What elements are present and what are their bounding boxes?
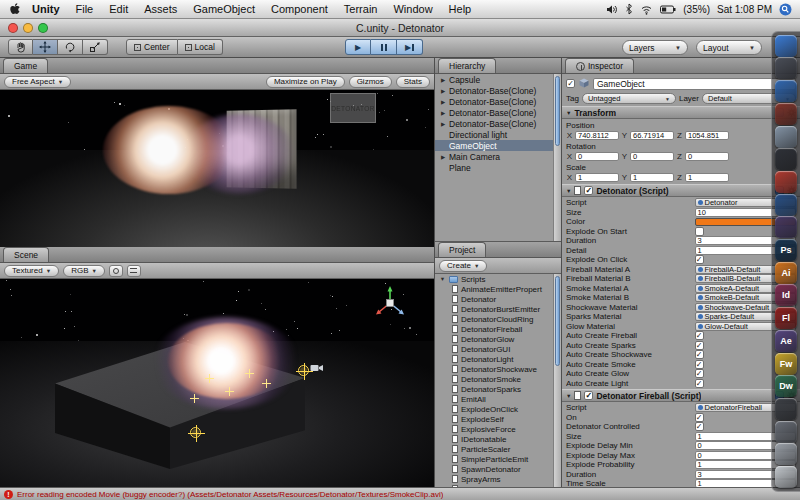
move-tool-button[interactable] (33, 39, 58, 55)
dock-icon-20[interactable] (775, 466, 797, 488)
dock-icon-7[interactable] (775, 171, 797, 193)
hierarchy-item[interactable]: ▶Detonator-Base(Clone) (435, 118, 553, 129)
close-button[interactable] (8, 23, 18, 33)
dock-icon-2[interactable] (775, 57, 797, 79)
axis-field[interactable]: 1 (685, 173, 729, 182)
component-header[interactable]: ▼✓Detonator Fireball (Script) (562, 389, 800, 402)
axis-field[interactable]: 66.71914 (630, 131, 674, 140)
menu-item-file[interactable]: File (68, 3, 102, 15)
project-item[interactable]: DetonatorGlow (435, 334, 553, 344)
game-viewport[interactable]: DETONATOR (0, 90, 434, 247)
dock-icon-19[interactable] (775, 443, 797, 465)
tab-game[interactable]: Game (3, 58, 48, 73)
project-item[interactable]: DetonatorGUI (435, 344, 553, 354)
property-checkbox[interactable]: ✓ (695, 379, 704, 388)
apple-menu-icon[interactable] (8, 3, 22, 16)
step-button[interactable]: ▶ (397, 39, 423, 55)
project-item[interactable]: ExplodeSelf (435, 414, 553, 424)
component-header[interactable]: ▼✓Detonator (Script) (562, 184, 800, 197)
project-item[interactable]: SimpleParticleEmit (435, 454, 553, 464)
foldout-triangle-icon[interactable]: ▼ (566, 393, 571, 399)
dock-icon-15[interactable]: Fw (775, 353, 797, 375)
hierarchy-item[interactable]: ▶Detonator-Base(Clone) (435, 96, 553, 107)
project-item[interactable]: SpawnDetonator (435, 464, 553, 474)
battery-icon[interactable] (660, 5, 676, 14)
axis-field[interactable]: 1 (575, 173, 619, 182)
component-enabled-checkbox[interactable]: ✓ (584, 391, 593, 400)
property-checkbox[interactable]: ✓ (695, 369, 704, 378)
disclosure-triangle-icon[interactable]: ▶ (439, 88, 447, 94)
layout-dropdown[interactable]: Layout▼ (696, 40, 762, 55)
dock-icon-14[interactable]: Ae (775, 330, 797, 352)
scene-overlay-toggle[interactable] (127, 265, 141, 277)
light-gizmo-icon[interactable] (298, 365, 309, 376)
scrollbar-thumb[interactable] (555, 76, 560, 146)
project-scrollbar[interactable] (553, 274, 561, 487)
volume-icon[interactable] (606, 4, 618, 15)
dock-icon-18[interactable] (775, 421, 797, 443)
project-item[interactable]: DetonatorSparks (435, 384, 553, 394)
property-checkbox[interactable]: ✓ (695, 341, 704, 350)
tab-inspector[interactable]: Inspector (565, 58, 634, 73)
project-item[interactable]: AnimateEmitterPropert (435, 284, 553, 294)
stats-button[interactable]: Stats (396, 76, 430, 88)
zoom-button[interactable] (38, 23, 48, 33)
tab-scene[interactable]: Scene (3, 247, 49, 262)
project-item[interactable]: DetonatorCloudRing (435, 314, 553, 324)
bluetooth-icon[interactable] (625, 3, 633, 15)
project-item[interactable]: Detonator (435, 294, 553, 304)
disclosure-triangle-icon[interactable]: ▶ (439, 110, 447, 116)
hand-tool-button[interactable] (8, 39, 33, 55)
create-dropdown[interactable]: Create▼ (439, 260, 487, 272)
rotate-tool-button[interactable] (58, 39, 83, 55)
pause-button[interactable] (371, 39, 397, 55)
project-item[interactable]: ParticleScaler (435, 444, 553, 454)
disclosure-triangle-icon[interactable]: ▶ (439, 99, 447, 105)
project-item[interactable]: DetonatorLight (435, 354, 553, 364)
hierarchy-item[interactable]: ▶Detonator-Base(Clone) (435, 107, 553, 118)
gizmos-button[interactable]: Gizmos (349, 76, 392, 88)
scale-tool-button[interactable] (83, 39, 108, 55)
active-checkbox[interactable]: ✓ (566, 79, 575, 88)
dock-icon-16[interactable]: Dw (775, 375, 797, 397)
hierarchy-item[interactable]: Directional light (435, 129, 553, 140)
property-checkbox[interactable]: ✓ (695, 360, 704, 369)
project-item[interactable]: ExplodeOnClick (435, 404, 553, 414)
project-item[interactable]: ExplosiveForce (435, 424, 553, 434)
project-item[interactable]: SprayArms (435, 474, 553, 484)
foldout-triangle-icon[interactable]: ▼ (566, 188, 571, 194)
tag-dropdown[interactable]: Untagged▼ (582, 93, 676, 104)
dock-icon-12[interactable]: Id (775, 284, 797, 306)
scene-lighting-toggle[interactable] (109, 265, 123, 277)
disclosure-triangle-icon[interactable]: ▶ (439, 154, 447, 160)
spotlight-icon[interactable] (779, 3, 792, 16)
menu-item-terrain[interactable]: Terrain (336, 3, 386, 15)
menu-item-assets[interactable]: Assets (136, 3, 185, 15)
dock-icon-10[interactable]: Ps (775, 239, 797, 261)
foldout-triangle-icon[interactable]: ▼ (566, 110, 571, 116)
name-field[interactable]: GameObject (593, 78, 796, 90)
property-checkbox[interactable]: ✓ (695, 255, 704, 264)
disclosure-triangle-icon[interactable]: ▶ (439, 77, 447, 83)
hierarchy-item[interactable]: Plane (435, 162, 553, 173)
transform-header[interactable]: ▼ Transform (562, 106, 800, 119)
dock-icon-17[interactable] (775, 398, 797, 420)
menu-item-gameobject[interactable]: GameObject (185, 3, 263, 15)
dock-icon-13[interactable]: Fl (775, 307, 797, 329)
menu-item-unity[interactable]: Unity (24, 3, 68, 15)
project-item[interactable]: IDetonatable (435, 434, 553, 444)
property-checkbox[interactable]: ✓ (695, 350, 704, 359)
disclosure-triangle-icon[interactable]: ▼ (439, 276, 446, 282)
menu-item-help[interactable]: Help (441, 3, 480, 15)
wifi-icon[interactable] (640, 4, 653, 15)
project-item[interactable]: DetonatorBurstEmitter (435, 304, 553, 314)
menu-item-edit[interactable]: Edit (101, 3, 136, 15)
hierarchy-item[interactable]: ▶Main Camera (435, 151, 553, 162)
menu-item-window[interactable]: Window (385, 3, 440, 15)
project-item[interactable]: DetonatorShockwave (435, 364, 553, 374)
project-item[interactable]: EmitAll (435, 394, 553, 404)
minimize-button[interactable] (23, 23, 33, 33)
axis-field[interactable]: 0 (575, 152, 619, 161)
hierarchy-item[interactable]: ▶Detonator-Base(Clone) (435, 85, 553, 96)
property-checkbox[interactable]: ✓ (695, 413, 704, 422)
